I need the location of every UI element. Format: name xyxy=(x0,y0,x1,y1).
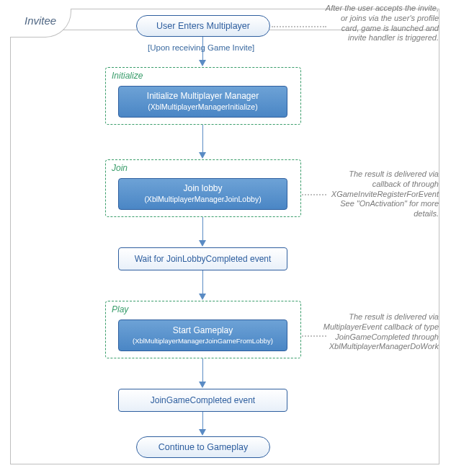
join-game-completed-label: JoinGameCompleted event xyxy=(151,395,255,405)
arrowhead-5 xyxy=(199,382,206,388)
arrowhead-4 xyxy=(199,294,206,300)
action-initialize: Initialize Multiplayer Manager (XblMulti… xyxy=(118,86,287,118)
wait-box: Wait for JoinLobbyCompleted event xyxy=(118,247,287,270)
entry-label: User Enters Multiplayer xyxy=(156,21,250,31)
arrow-6 xyxy=(202,412,203,431)
initialize-title: Initialize Multiplayer Manager xyxy=(147,91,259,102)
arrowhead-2 xyxy=(199,152,206,159)
action-join-lobby: Join lobby (XblMultiplayerManagerJoinLob… xyxy=(118,178,287,210)
phase-initialize-label: Initialize xyxy=(112,71,143,81)
dot-entry xyxy=(272,26,326,27)
join-annotation: The result is delivered via callback of … xyxy=(323,169,439,219)
phase-join-label: Join xyxy=(112,163,128,173)
arrow-1 xyxy=(202,37,203,61)
arrowhead-6 xyxy=(199,429,206,436)
wait-label: Wait for JoinLobbyCompleted event xyxy=(135,254,272,264)
invitee-label: Invitee xyxy=(24,14,56,27)
arrow-2 xyxy=(202,125,203,154)
initialize-sub: (XblMultiplayerManagerInitialize) xyxy=(148,102,257,113)
continue-label: Continue to Gameplay xyxy=(158,442,248,452)
action-start-gameplay: Start Gameplay (XblMultiplayerManagerJoi… xyxy=(118,319,287,351)
arrowhead-3 xyxy=(199,240,206,247)
arrow-5 xyxy=(202,358,203,383)
dot-join xyxy=(302,194,326,195)
entry-pill: User Enters Multiplayer xyxy=(136,15,270,37)
arrow-4 xyxy=(202,270,203,295)
join-game-completed-box: JoinGameCompleted event xyxy=(118,389,287,412)
invitee-tab: Invitee xyxy=(10,9,71,38)
play-sub: (XblMultiplayerManagerJoinGameFromLobby) xyxy=(133,337,273,345)
arrow-3 xyxy=(202,217,203,242)
arrowhead-1 xyxy=(199,60,206,66)
play-annotation: The result is delivered via MultiplayerE… xyxy=(321,312,439,352)
join-sub: (XblMultiplayerManagerJoinLobby) xyxy=(144,195,261,205)
condition-text: [Upon receiving Game Invite] xyxy=(148,43,254,52)
join-title: Join lobby xyxy=(183,183,222,195)
play-title: Start Gameplay xyxy=(173,325,233,337)
continue-pill: Continue to Gameplay xyxy=(136,436,270,458)
phase-play-label: Play xyxy=(112,304,128,314)
entry-annotation: After the user accepts the invite, or jo… xyxy=(323,4,439,43)
invitee-frame: Invitee User Enters Multiplayer After th… xyxy=(10,9,439,464)
